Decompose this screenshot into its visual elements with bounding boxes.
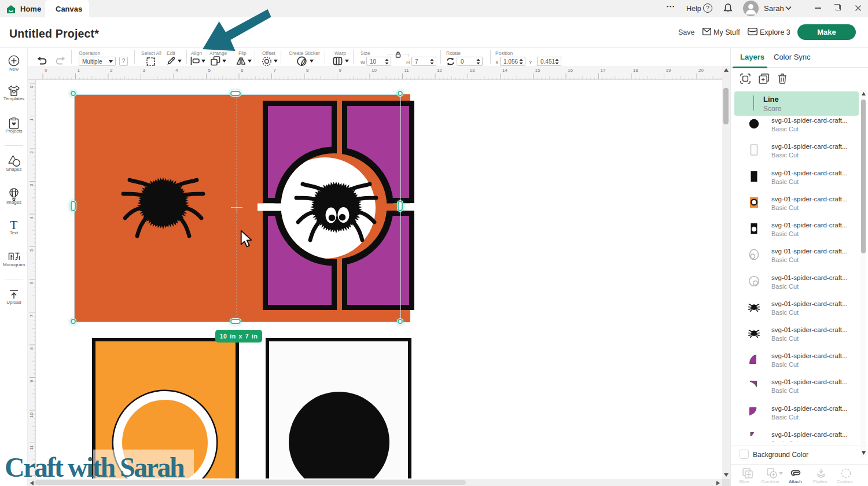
- svg-text:9: 9: [29, 380, 34, 382]
- svg-text:7: 7: [274, 68, 277, 73]
- svg-text:3: 3: [143, 68, 146, 73]
- svg-text:14: 14: [502, 68, 507, 73]
- svg-text:6: 6: [241, 68, 244, 73]
- svg-text:0: 0: [45, 68, 47, 73]
- svg-text:0: 0: [29, 85, 34, 88]
- svg-text:3: 3: [29, 183, 34, 186]
- svg-text:20: 20: [698, 68, 704, 73]
- svg-text:10: 10: [372, 68, 377, 73]
- svg-text:7: 7: [29, 314, 34, 317]
- svg-text:5: 5: [208, 68, 211, 73]
- svg-text:17: 17: [601, 68, 606, 73]
- svg-text:13: 13: [470, 68, 475, 73]
- svg-text:2: 2: [110, 68, 113, 73]
- svg-text:1: 1: [29, 118, 34, 121]
- svg-text:8: 8: [29, 347, 34, 349]
- svg-text:18: 18: [633, 68, 638, 73]
- svg-text:11: 11: [29, 445, 34, 450]
- svg-text:19: 19: [666, 68, 671, 73]
- svg-text:2: 2: [29, 150, 34, 153]
- svg-text:1: 1: [78, 68, 80, 73]
- svg-text:6: 6: [29, 281, 34, 284]
- svg-text:12: 12: [437, 68, 442, 73]
- svg-text:8: 8: [306, 68, 309, 73]
- svg-text:16: 16: [568, 68, 573, 73]
- svg-text:5: 5: [29, 249, 34, 252]
- svg-text:9: 9: [339, 68, 342, 73]
- svg-text:15: 15: [535, 68, 540, 73]
- svg-text:4: 4: [29, 216, 34, 219]
- svg-text:4: 4: [175, 68, 178, 73]
- svg-text:10: 10: [29, 412, 34, 417]
- svg-text:11: 11: [404, 68, 410, 73]
